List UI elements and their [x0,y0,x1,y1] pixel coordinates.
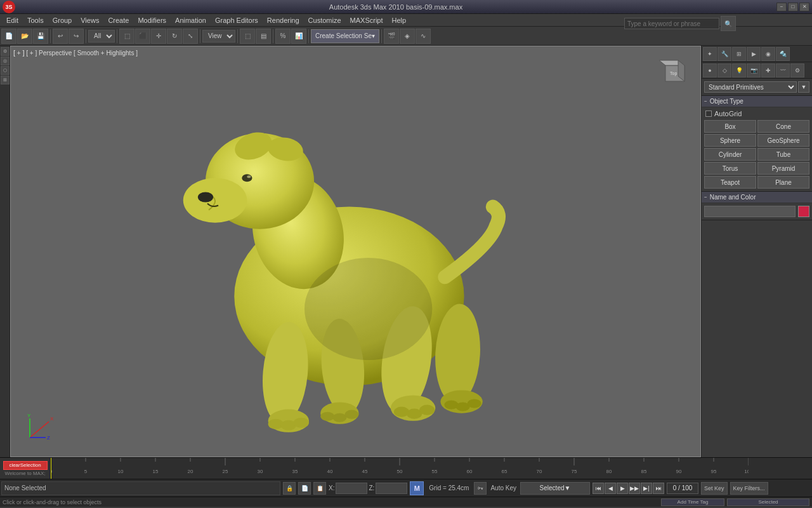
helpers-icon[interactable]: ✚ [761,64,775,77]
cylinder-button[interactable]: Cylinder [704,148,756,161]
prev-frame-button[interactable]: ◀ [605,483,616,494]
menu-item-help[interactable]: Help [388,16,410,25]
utilities-icon[interactable]: 🔩 [776,47,790,61]
key-icon-btn[interactable]: 🗝 [474,482,487,495]
align-button[interactable]: ▤ [256,29,271,44]
open-button[interactable]: 📂 [17,29,32,44]
menu-item-customize[interactable]: Customize [304,16,345,25]
left-icon-1[interactable]: ⚙ [1,47,10,56]
primitives-dropdown[interactable]: Standard Primitives [704,81,797,93]
menu-item-tools[interactable]: Tools [23,16,48,25]
window-controls[interactable]: − □ ✕ [776,3,809,11]
geometry-icon[interactable]: ● [703,64,717,77]
filter-dropdown[interactable]: All [88,30,115,43]
shapes-icon[interactable]: ◇ [717,64,731,77]
dog-model [11,46,700,457]
systems-icon[interactable]: ⚙ [790,64,804,77]
lock-icon-btn[interactable]: 🔒 [283,482,296,495]
percent-button[interactable]: % [275,29,291,44]
color-swatch[interactable] [798,206,809,217]
menu-item-graph editors[interactable]: Graph Editors [211,16,262,25]
left-icon-4[interactable]: ⊞ [1,76,10,84]
timeline-canvas[interactable] [51,458,749,479]
add-time-tag-button[interactable]: Add Time Tag [661,498,724,506]
go-end-button[interactable]: ⏭ [653,483,664,494]
selected-label: Selected [540,485,565,491]
nav-cube[interactable]: Top [656,53,694,91]
menu-item-maxscript[interactable]: MAXScript [346,16,387,25]
scale-button[interactable]: ⤡ [183,29,198,44]
z-input[interactable] [376,483,407,494]
menu-item-rendering[interactable]: Rendering [263,16,303,25]
object-type-header[interactable]: − Object Type [702,96,812,107]
menu-item-group[interactable]: Group [49,16,76,25]
frame-input[interactable] [667,483,698,494]
play-all-button[interactable]: ▶▶ [629,483,640,494]
x-input[interactable] [336,483,367,494]
name-color-header[interactable]: − Name and Color [702,192,812,203]
torus-button[interactable]: Torus [704,162,756,175]
left-icon-2[interactable]: ◎ [1,57,10,65]
separator-2 [86,29,86,43]
menu-item-edit[interactable]: Edit [3,16,22,25]
select-button[interactable]: ⬚ [119,29,134,44]
status-bar: None Selected 🔒 📄 📋 X: Z: M Grid = 25.4c… [0,479,812,497]
graph-button[interactable]: 📊 [291,29,306,44]
cameras-icon[interactable]: 📷 [747,64,761,77]
pyramid-button[interactable]: Pyramid [757,162,809,175]
viewport[interactable]: [ + ] [ + ] Perspective [ Smooth + Highl… [10,46,701,457]
go-start-button[interactable]: ⏮ [593,483,604,494]
minimize-button[interactable]: − [776,3,787,11]
autogrid-checkbox[interactable] [705,110,712,117]
hierarchy-icon[interactable]: ⊞ [732,47,746,61]
motion-icon[interactable]: ▶ [747,47,761,61]
render-button[interactable]: 🎬 [384,29,399,44]
spacewarps-icon[interactable]: 〰 [776,64,790,77]
m-button[interactable]: M [410,481,424,495]
sphere-button[interactable]: Sphere [704,134,756,147]
lights-icon[interactable]: 💡 [732,64,746,77]
create-icon[interactable]: ✦ [703,47,717,61]
page2-icon-btn[interactable]: 📋 [313,482,326,495]
set-key-button[interactable]: Set Key [701,482,728,495]
curve-button[interactable]: ∿ [416,29,431,44]
page-icon-btn[interactable]: 📄 [298,482,311,495]
box-button[interactable]: Box [704,120,756,133]
close-button[interactable]: ✕ [799,3,809,11]
key-filters-button[interactable]: Key Filters... [730,482,768,495]
geosphere-button[interactable]: GeoSphere [757,134,809,147]
clear-selection-button[interactable]: clearSelection [3,461,48,470]
toolbar: 📄 📂 💾 ↩ ↪ All ⬚ ⬛ ✛ ↻ ⤡ View ⬚ ▤ % 📊 Cre… [0,27,812,46]
menu-item-views[interactable]: Views [77,16,103,25]
new-button[interactable]: 📄 [1,29,16,44]
mirror-button[interactable]: ⬚ [240,29,255,44]
redo-button[interactable]: ↪ [69,29,84,44]
dropdown-arrow[interactable]: ▼ [798,81,809,93]
undo-button[interactable]: ↩ [53,29,68,44]
tick-container[interactable] [51,458,812,479]
left-icon-3[interactable]: ⬡ [1,66,10,75]
move-button[interactable]: ✛ [151,29,166,44]
rotate-button[interactable]: ↻ [167,29,182,44]
modify-icon[interactable]: 🔧 [717,47,731,61]
view-dropdown[interactable]: View [202,30,235,43]
display-icon[interactable]: ◉ [761,47,775,61]
menu-item-animation[interactable]: Animation [171,16,210,25]
maximize-button[interactable]: □ [788,3,798,11]
select-region-button[interactable]: ⬛ [135,29,150,44]
menu-item-modifiers[interactable]: Modifiers [134,16,170,25]
teapot-button[interactable]: Teapot [704,176,756,189]
search-button[interactable]: 🔍 [721,16,736,31]
next-frame-button[interactable]: ▶| [641,483,652,494]
plane-button[interactable]: Plane [757,176,809,189]
cone-button[interactable]: Cone [757,120,809,133]
menu-item-create[interactable]: Create [104,16,133,25]
search-input[interactable] [624,18,719,29]
selected-dropdown[interactable]: Selected ▼ [520,482,590,495]
play-button[interactable]: ▶ [617,483,628,494]
create-selection-button[interactable]: Create Selection Se▾ [311,29,379,43]
name-input[interactable] [704,206,796,217]
tube-button[interactable]: Tube [757,148,809,161]
material-button[interactable]: ◈ [400,29,415,44]
save-button[interactable]: 💾 [33,29,48,44]
